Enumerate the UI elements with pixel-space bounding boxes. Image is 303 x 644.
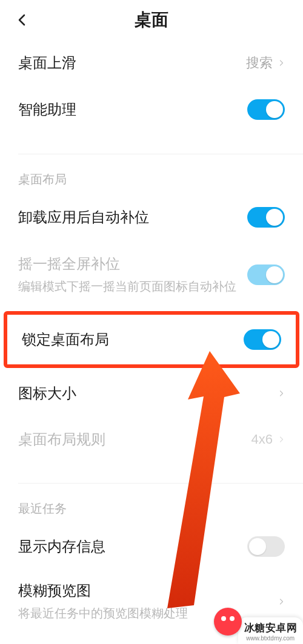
row-label: 智能助理	[18, 100, 76, 119]
toggle-knob	[266, 266, 283, 283]
settings-screen: 桌面 桌面上滑 搜索 智能助理 桌面布局 卸载应用后自动补位 摇一摇全屏补位 编…	[0, 0, 303, 644]
watermark-url: www.btxtdmy.com	[246, 635, 295, 642]
row-mem-info[interactable]: 显示内存信息	[0, 523, 303, 570]
watermark-text: 冰糖安卓网	[244, 621, 298, 635]
row-auto-fill[interactable]: 卸载应用后自动补位	[0, 194, 303, 241]
chevron-left-icon	[15, 13, 30, 27]
section-header-layout: 桌面布局	[0, 154, 303, 194]
top-bar: 桌面	[0, 0, 303, 40]
toggle-knob	[266, 209, 283, 226]
row-swipe-up[interactable]: 桌面上滑 搜索	[0, 40, 303, 86]
row-lock-layout[interactable]: 锁定桌面布局	[7, 315, 296, 364]
chevron-right-icon	[278, 387, 285, 399]
chevron-right-icon	[278, 433, 285, 445]
row-value: 4x6	[251, 432, 273, 447]
chevron-right-icon	[278, 57, 285, 69]
row-assistant[interactable]: 智能助理	[0, 86, 303, 133]
row-value: 搜索	[246, 54, 273, 72]
row-layout-rule: 桌面布局规则 4x6	[0, 416, 303, 462]
watermark: 冰糖安卓网 www.btxtdmy.com	[214, 608, 304, 644]
row-label: 桌面上滑	[18, 53, 76, 73]
toggle-auto-fill[interactable]	[247, 207, 285, 228]
row-right: 4x6	[251, 432, 285, 447]
toggle-lock-layout[interactable]	[244, 329, 281, 350]
toggle-mem-info[interactable]	[247, 536, 285, 557]
page-title: 桌面	[135, 8, 168, 31]
row-shake-fill: 摇一摇全屏补位 编辑模式下摇一摇当前页面图标自动补位	[0, 241, 303, 309]
settings-list: 桌面上滑 搜索 智能助理 桌面布局 卸载应用后自动补位 摇一摇全屏补位 编辑模式…	[0, 40, 303, 633]
row-right	[278, 387, 285, 399]
row-right: 搜索	[246, 54, 285, 72]
watermark-pill: 冰糖安卓网 www.btxtdmy.com	[238, 617, 304, 644]
toggle-knob	[249, 538, 266, 555]
section-header-recent: 最近任务	[0, 484, 303, 523]
toggle-knob	[266, 101, 283, 118]
row-label: 锁定桌面布局	[22, 330, 109, 349]
row-label: 桌面布局规则	[18, 430, 105, 449]
toggle-knob	[262, 331, 279, 348]
row-right	[278, 596, 285, 608]
highlight-lock-layout: 锁定桌面布局	[4, 311, 299, 368]
toggle-assistant[interactable]	[247, 99, 285, 120]
row-icon-size[interactable]: 图标大小	[0, 370, 303, 416]
row-label: 图标大小	[18, 384, 76, 403]
toggle-shake-fill	[247, 264, 285, 285]
back-button[interactable]	[13, 11, 32, 29]
mascot-icon	[214, 608, 242, 636]
row-label: 摇一摇全屏补位	[18, 254, 238, 274]
row-label: 卸载应用后自动补位	[18, 208, 149, 227]
chevron-right-icon	[278, 596, 285, 608]
row-label: 模糊预览图	[18, 581, 268, 600]
row-sub: 编辑模式下摇一摇当前页面图标自动补位	[18, 277, 238, 295]
row-label: 显示内存信息	[18, 537, 105, 556]
